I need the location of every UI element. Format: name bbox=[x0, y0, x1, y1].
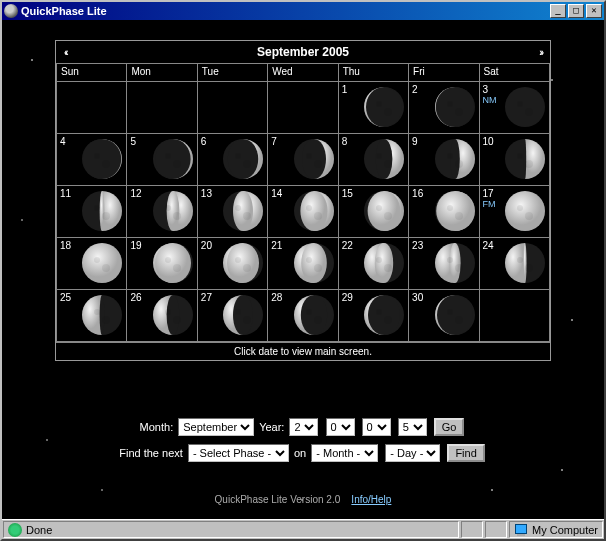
app-icon bbox=[4, 4, 18, 18]
svg-point-49 bbox=[235, 205, 241, 211]
calendar-cell[interactable]: 12 bbox=[127, 186, 197, 238]
go-button[interactable]: Go bbox=[434, 418, 465, 436]
calendar-cell[interactable]: 28 bbox=[268, 290, 338, 342]
day-number: 15 bbox=[342, 188, 353, 199]
svg-point-114 bbox=[384, 316, 392, 324]
svg-point-94 bbox=[525, 264, 533, 272]
calendar-cell[interactable]: 1 bbox=[338, 82, 408, 134]
svg-point-2 bbox=[376, 101, 382, 107]
year-digit-1[interactable]: 2 bbox=[289, 418, 318, 436]
calendar-cell[interactable]: 10 bbox=[479, 134, 549, 186]
calendar-cell[interactable]: 21 bbox=[268, 238, 338, 290]
day-number: 28 bbox=[271, 292, 282, 303]
calendar-cell[interactable]: 23 bbox=[409, 238, 479, 290]
calendar-cell[interactable]: 19 bbox=[127, 238, 197, 290]
calendar-cell[interactable]: 16 bbox=[409, 186, 479, 238]
day-number: 19 bbox=[130, 240, 141, 251]
calendar-cell[interactable]: 8 bbox=[338, 134, 408, 186]
calendar-cell[interactable]: 30 bbox=[409, 290, 479, 342]
calendar-cell[interactable]: 3NM bbox=[479, 82, 549, 134]
year-digit-2[interactable]: 0 bbox=[326, 418, 355, 436]
svg-point-66 bbox=[525, 212, 533, 220]
calendar-cell[interactable]: 27 bbox=[197, 290, 267, 342]
moon-icon bbox=[434, 294, 476, 336]
svg-point-85 bbox=[376, 257, 382, 263]
close-button[interactable]: ✕ bbox=[586, 4, 602, 18]
moon-icon bbox=[222, 138, 264, 180]
calendar-cell[interactable]: 13 bbox=[197, 186, 267, 238]
moon-icon bbox=[293, 138, 335, 180]
svg-point-38 bbox=[525, 160, 533, 168]
svg-point-77 bbox=[235, 257, 241, 263]
day-number: 16 bbox=[412, 188, 423, 199]
calendar-cell[interactable]: 18 bbox=[57, 238, 127, 290]
calendar-cell[interactable]: 26 bbox=[127, 290, 197, 342]
svg-point-105 bbox=[235, 309, 241, 315]
svg-point-52 bbox=[300, 191, 327, 231]
svg-point-97 bbox=[94, 309, 100, 315]
day-number: 1 bbox=[342, 84, 348, 95]
calendar-cell[interactable]: 9 bbox=[409, 134, 479, 186]
day-number: 25 bbox=[60, 292, 71, 303]
calendar-cell[interactable]: 7 bbox=[268, 134, 338, 186]
calendar-cell[interactable]: 25 bbox=[57, 290, 127, 342]
moon-icon bbox=[222, 294, 264, 336]
svg-point-28 bbox=[376, 139, 393, 179]
day-number: 14 bbox=[271, 188, 282, 199]
svg-point-6 bbox=[447, 101, 453, 107]
svg-point-102 bbox=[173, 316, 181, 324]
calendar-cell[interactable]: 17FM bbox=[479, 186, 549, 238]
day-number: 9 bbox=[412, 136, 418, 147]
moon-icon bbox=[363, 190, 405, 232]
calendar-cell[interactable]: 5 bbox=[127, 134, 197, 186]
maximize-button[interactable]: □ bbox=[568, 4, 584, 18]
calendar-cell[interactable]: 11 bbox=[57, 186, 127, 238]
calendar-cell[interactable]: 15 bbox=[338, 186, 408, 238]
calendar-cell bbox=[479, 290, 549, 342]
svg-point-45 bbox=[165, 205, 171, 211]
calendar-cell[interactable]: 29 bbox=[338, 290, 408, 342]
year-digit-4[interactable]: 5 bbox=[398, 418, 427, 436]
calendar-cell[interactable]: 2 bbox=[409, 82, 479, 134]
calendar-cell[interactable]: 22 bbox=[338, 238, 408, 290]
calendar-cell[interactable]: 14 bbox=[268, 186, 338, 238]
svg-point-104 bbox=[233, 295, 253, 335]
moon-icon bbox=[293, 242, 335, 284]
moon-icon bbox=[81, 190, 123, 232]
calendar-hint: Click date to view main screen. bbox=[56, 342, 550, 360]
moon-icon bbox=[152, 190, 194, 232]
titlebar: QuickPhase Lite _ □ ✕ bbox=[2, 2, 604, 20]
svg-point-80 bbox=[301, 243, 327, 283]
svg-point-100 bbox=[166, 295, 179, 335]
next-month-button[interactable]: ›› bbox=[539, 47, 542, 58]
svg-point-106 bbox=[243, 316, 251, 324]
prev-month-button[interactable]: ‹‹ bbox=[64, 47, 67, 58]
calendar-cell[interactable]: 20 bbox=[197, 238, 267, 290]
info-help-link[interactable]: Info/Help bbox=[351, 494, 391, 505]
svg-point-62 bbox=[455, 212, 463, 220]
calendar-cell[interactable]: 6 bbox=[197, 134, 267, 186]
month-select[interactable]: September bbox=[178, 418, 254, 436]
findmonth-select[interactable]: - Month - bbox=[311, 444, 378, 462]
day-number: 11 bbox=[60, 188, 71, 199]
svg-point-81 bbox=[306, 257, 312, 263]
calendar-cell[interactable]: 4 bbox=[57, 134, 127, 186]
findday-select[interactable]: - Day - bbox=[385, 444, 440, 462]
moon-icon bbox=[504, 190, 546, 232]
find-button[interactable]: Find bbox=[447, 444, 484, 462]
year-digit-3[interactable]: 0 bbox=[362, 418, 391, 436]
find-label: Find the next bbox=[119, 447, 183, 459]
calendar-cell[interactable]: 24 bbox=[479, 238, 549, 290]
svg-point-18 bbox=[173, 160, 181, 168]
calendar-cell bbox=[197, 82, 267, 134]
phase-select[interactable]: - Select Phase - bbox=[188, 444, 289, 462]
day-number: 12 bbox=[130, 188, 141, 199]
svg-point-112 bbox=[368, 295, 400, 335]
moon-icon bbox=[504, 86, 546, 128]
moon-icon bbox=[222, 190, 264, 232]
moon-icon bbox=[152, 138, 194, 180]
svg-point-5 bbox=[435, 87, 473, 127]
minimize-button[interactable]: _ bbox=[550, 4, 566, 18]
svg-point-26 bbox=[314, 160, 322, 168]
svg-point-70 bbox=[102, 264, 110, 272]
